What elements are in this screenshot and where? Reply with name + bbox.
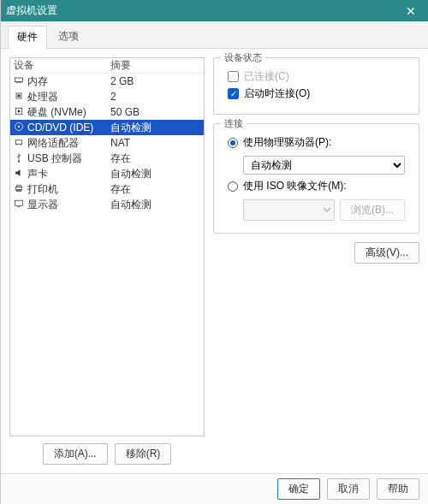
connected-label: 已连接(C) (244, 69, 289, 84)
title-bar: 虚拟机设置 ✕ (1, 0, 428, 21)
device-name: 网络适配器 (27, 136, 79, 151)
connection-group: 连接 使用物理驱动器(P): 自动检测 使用 ISO 映像文件(M): 浏览(B (213, 123, 419, 234)
device-row[interactable]: 网络适配器NAT (10, 135, 204, 151)
col-device: 设备 (10, 58, 109, 73)
device-list-header: 设备 摘要 (10, 58, 204, 74)
sound-icon (14, 168, 24, 181)
browse-button: 浏览(B)... (340, 199, 405, 221)
device-name: USB 控制器 (27, 151, 82, 166)
cancel-button[interactable]: 取消 (327, 478, 370, 500)
memory-icon (14, 75, 24, 88)
device-summary: 自动检测 (109, 121, 194, 135)
cd-icon (14, 122, 24, 134)
device-name: 硬盘 (NVMe) (27, 105, 86, 120)
col-summary: 摘要 (109, 58, 194, 73)
connection-legend: 连接 (221, 117, 247, 130)
device-row[interactable]: 显示器自动检测 (10, 197, 204, 212)
disk-icon (14, 106, 24, 119)
remove-device-button[interactable]: 移除(R) (115, 443, 172, 465)
use-iso-radio[interactable] (228, 181, 238, 192)
device-row[interactable]: 打印机存在 (10, 181, 204, 197)
svg-point-6 (18, 125, 20, 127)
ok-button[interactable]: 确定 (277, 478, 320, 500)
display-icon (14, 199, 24, 211)
svg-rect-12 (15, 200, 23, 205)
use-physical-drive-label: 使用物理驱动器(P): (243, 135, 331, 150)
device-summary: 存在 (109, 151, 194, 166)
device-summary: 2 (109, 91, 194, 103)
connect-at-poweron-label: 启动时连接(O) (244, 86, 310, 101)
device-name: 显示器 (27, 198, 58, 212)
close-icon[interactable]: ✕ (399, 4, 423, 18)
use-iso-label: 使用 ISO 映像文件(M): (243, 179, 347, 193)
device-summary: NAT (109, 137, 194, 149)
device-row[interactable]: 硬盘 (NVMe)50 GB (10, 104, 204, 120)
svg-rect-2 (18, 94, 21, 97)
device-summary: 存在 (109, 182, 194, 197)
tab-strip: 硬件 选项 (1, 21, 428, 49)
device-summary: 50 GB (109, 106, 194, 118)
tab-options[interactable]: 选项 (49, 25, 88, 48)
svg-point-4 (18, 110, 21, 112)
device-summary: 自动检测 (109, 198, 194, 212)
device-row[interactable]: CD/DVD (IDE)自动检测 (10, 120, 204, 135)
device-row[interactable]: 处理器2 (10, 89, 204, 104)
dialog-footer: 确定 取消 帮助 (1, 473, 428, 504)
svg-rect-0 (15, 78, 23, 82)
device-status-legend: 设备状态 (221, 51, 265, 64)
device-name: CD/DVD (IDE) (27, 122, 93, 133)
device-status-group: 设备状态 已连接(C) ✓ 启动时连接(O) (213, 57, 419, 115)
cpu-icon (14, 91, 24, 104)
connected-checkbox (228, 71, 239, 82)
device-summary: 2 GB (109, 75, 194, 87)
advanced-button[interactable]: 高级(V)... (354, 242, 419, 264)
tab-hardware[interactable]: 硬件 (8, 26, 47, 49)
net-icon (14, 137, 24, 150)
iso-path-input (243, 199, 335, 221)
connect-at-poweron-checkbox[interactable]: ✓ (228, 88, 239, 99)
svg-rect-7 (15, 139, 22, 144)
device-name: 打印机 (27, 182, 58, 197)
device-list: 设备 摘要 内存2 GB处理器2硬盘 (NVMe)50 GBCD/DVD (ID… (9, 57, 205, 436)
device-name: 内存 (27, 74, 48, 89)
svg-rect-10 (17, 185, 21, 187)
add-device-button[interactable]: 添加(A)... (43, 443, 108, 465)
physical-drive-select[interactable]: 自动检测 (243, 156, 405, 175)
svg-point-8 (18, 160, 20, 162)
device-name: 声卡 (27, 167, 48, 181)
device-row[interactable]: 内存2 GB (10, 74, 204, 89)
usb-icon (14, 152, 24, 165)
device-name: 处理器 (27, 90, 58, 104)
device-row[interactable]: 声卡自动检测 (10, 166, 204, 181)
help-button[interactable]: 帮助 (377, 478, 419, 500)
window-title: 虚拟机设置 (6, 3, 57, 18)
device-summary: 自动检测 (109, 167, 194, 181)
printer-icon (14, 183, 24, 196)
use-physical-drive-radio[interactable] (228, 138, 238, 148)
device-row[interactable]: USB 控制器存在 (10, 151, 204, 166)
